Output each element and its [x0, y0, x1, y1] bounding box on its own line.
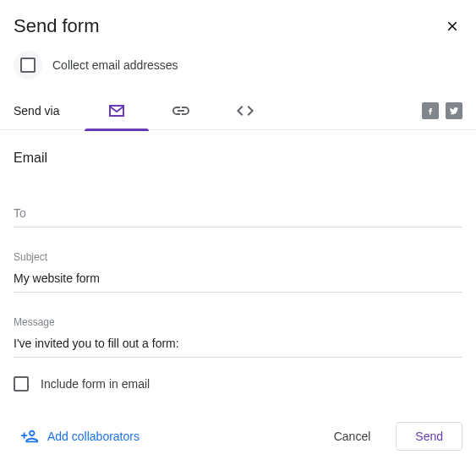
cancel-button[interactable]: Cancel — [315, 423, 390, 450]
add-collaborators-button[interactable]: Add collaborators — [14, 422, 146, 451]
facebook-icon — [425, 106, 435, 116]
send-via-row: Send via — [0, 91, 476, 130]
dialog-header: Send form — [0, 0, 476, 44]
to-input[interactable] — [14, 201, 462, 227]
twitter-icon — [449, 106, 459, 116]
include-row: Include form in email — [0, 358, 476, 392]
send-via-label: Send via — [14, 104, 59, 118]
email-section-title: Email — [0, 130, 476, 171]
close-icon — [445, 19, 460, 34]
twitter-button[interactable] — [446, 102, 462, 119]
tab-embed[interactable] — [213, 91, 277, 130]
collect-email-row: Collect email addresses — [0, 44, 476, 91]
collect-label: Collect email addresses — [52, 58, 178, 72]
message-label: Message — [14, 316, 462, 328]
collect-checkbox[interactable] — [20, 58, 36, 73]
to-field — [0, 201, 476, 227]
subject-field: Subject — [0, 251, 476, 293]
mail-icon — [107, 101, 127, 121]
dialog-title: Send form — [14, 15, 100, 37]
subject-input[interactable] — [14, 266, 462, 293]
message-input[interactable] — [14, 331, 462, 358]
include-label: Include form in email — [41, 377, 150, 391]
facebook-button[interactable] — [422, 102, 439, 119]
collect-checkbox-wrapper — [14, 51, 42, 79]
dialog-footer: Add collaborators Cancel Send — [0, 392, 476, 460]
link-icon — [171, 101, 191, 121]
send-form-dialog: Send form Collect email addresses Send v… — [0, 0, 476, 460]
tab-email[interactable] — [85, 91, 149, 130]
message-field: Message — [0, 316, 476, 358]
include-checkbox[interactable] — [14, 376, 29, 392]
send-button[interactable]: Send — [396, 422, 462, 451]
close-button[interactable] — [442, 16, 462, 36]
person-add-icon — [20, 427, 39, 446]
footer-actions: Cancel Send — [315, 422, 462, 451]
subject-label: Subject — [14, 251, 462, 263]
add-collaborators-label: Add collaborators — [47, 430, 140, 443]
social-share — [422, 102, 462, 119]
code-icon — [235, 101, 255, 121]
tab-link[interactable] — [149, 91, 213, 130]
